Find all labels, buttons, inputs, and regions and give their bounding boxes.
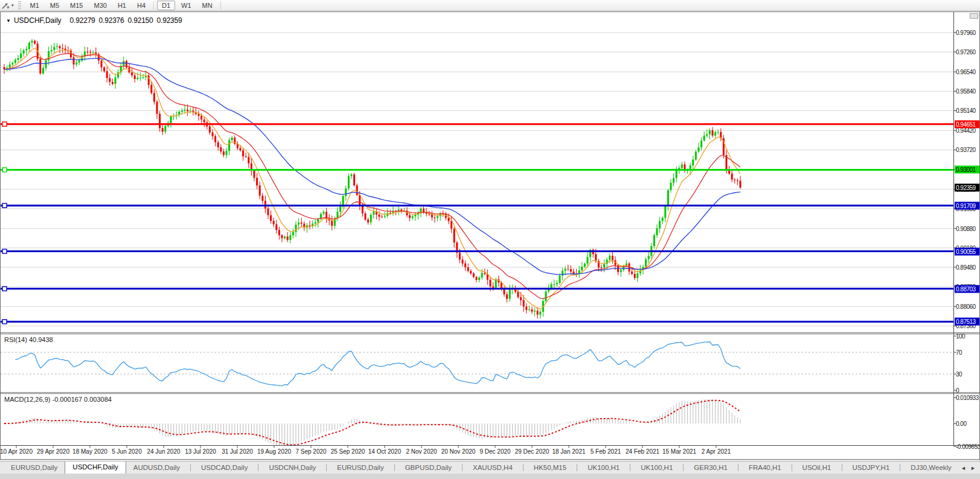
tab-XAUUSD-H4[interactable]: XAUUSD,H4 (466, 462, 520, 474)
low-value: 0.92150 (128, 16, 153, 25)
tab-divider (462, 464, 463, 471)
timeframe-button-D1[interactable]: D1 (157, 1, 175, 10)
date-label: 25 Sep 2020 (331, 448, 365, 455)
cursor-tool-button[interactable]: ▾ (0, 1, 16, 10)
rsi-indicator-label: RSI(14) 40.9438 (4, 336, 53, 343)
tab-divider (577, 464, 577, 471)
tab-USDCAD-Daily[interactable]: USDCAD,Daily (194, 462, 255, 474)
tab-DJ30-Weekly[interactable]: DJ30,Weekly (903, 462, 956, 474)
date-label: 31 Jul 2020 (222, 448, 253, 455)
toolbar: ▾ M1M5M15M30H1H4D1W1MN (0, 0, 980, 11)
timeframe-button-H4[interactable]: H4 (132, 1, 150, 10)
tab-divider (842, 464, 842, 471)
date-label: 29 Dec 2020 (515, 448, 549, 455)
timeframe-button-H1[interactable]: H1 (113, 1, 131, 10)
cursor-tool-icon (1, 1, 10, 10)
date-label: 5 Jun 2020 (112, 448, 142, 455)
price-tick-label: 0.88060 (956, 303, 979, 310)
chart-tabs: EURUSD,DailyUSDCHF,DailyAUDUSD,DailyUSDC… (0, 462, 956, 474)
timeframe-button-M15[interactable]: M15 (65, 1, 88, 10)
rsi-tick-label: 0 (956, 387, 979, 394)
price-tick-label: 0.96540 (956, 69, 979, 75)
tab-FRA40-H1[interactable]: FRA40,H1 (741, 462, 789, 474)
tab-USDCNH-Daily[interactable]: USDCNH,Daily (261, 462, 323, 474)
date-label: 5 Feb 2021 (591, 448, 621, 455)
price-line-label: 0.93001 (955, 166, 979, 174)
date-label: 18 Jan 2021 (552, 448, 585, 455)
price-tick-label: 0.94420 (956, 127, 979, 134)
tab-divider (630, 464, 630, 471)
axis-corner-box (970, 13, 978, 19)
timeframe-button-MN[interactable]: MN (197, 1, 217, 10)
rsi-tick-label: 100 (956, 333, 979, 340)
tab-AUDUSD-Daily[interactable]: AUDUSD,Daily (126, 462, 187, 474)
trading-terminal: { "toolbar": { "cursor_tool_dropdown": "… (0, 0, 980, 479)
open-value: 0.92279 (70, 16, 95, 25)
date-label: 20 Nov 2020 (441, 448, 476, 455)
tab-divider (523, 464, 524, 471)
tab-divider (683, 464, 684, 471)
tab-USDCHF-Daily[interactable]: USDCHF,Daily (65, 462, 126, 474)
date-label: 24 Feb 2021 (626, 448, 659, 455)
tab-divider (394, 464, 395, 471)
scroll-left-icon[interactable]: ◄ (959, 465, 967, 471)
date-label: 15 Mar 2021 (662, 448, 696, 455)
tab-USOil-H1[interactable]: USOil,H1 (795, 462, 839, 474)
date-label: 14 Oct 2020 (368, 448, 401, 455)
toolbar-separator (153, 1, 154, 10)
timeframe-button-M5[interactable]: M5 (45, 1, 64, 10)
chart-tab-bar: EURUSD,DailyUSDCHF,DailyAUDUSD,DailyUSDC… (0, 461, 980, 474)
status-strip (0, 474, 980, 479)
high-value: 0.92376 (99, 16, 124, 25)
price-line-label: 0.91709 (955, 201, 979, 209)
date-label: 13 Jul 2020 (185, 448, 216, 455)
price-tick-label: 0.95840 (956, 88, 979, 95)
date-label: 2 Nov 2020 (406, 448, 437, 455)
chart-title: ▼ USDCHF,Daily 0.92279 0.92376 0.92150 0… (6, 16, 182, 25)
tab-divider (326, 464, 327, 471)
macd-tick-label: -0.009653 (956, 443, 979, 449)
date-label: 9 Dec 2020 (479, 448, 510, 455)
tab-GER30-H1[interactable]: GER30,H1 (687, 462, 735, 474)
scroll-right-icon[interactable]: ► (969, 465, 977, 471)
ohlc-readout: 0.92279 0.92376 0.92150 0.92359 (70, 16, 182, 25)
macd-indicator-label: MACD(12,26,9) -0.000167 0.003084 (4, 396, 112, 403)
toolbar-separator (220, 1, 221, 10)
date-label: 19 Aug 2020 (257, 448, 291, 455)
tab-divider (258, 464, 258, 471)
tab-UK100-H1[interactable]: UK100,H1 (633, 462, 680, 474)
tab-GBPUSD-Daily[interactable]: GBPUSD,Daily (398, 462, 459, 474)
timeframe-button-W1[interactable]: W1 (176, 1, 196, 10)
price-tick-label: 0.95140 (956, 107, 979, 114)
tab-EURUSD-Daily[interactable]: EURUSD,Daily (330, 462, 391, 474)
price-tick-label: 0.97260 (956, 49, 979, 56)
symbol-period-label: USDCHF,Daily (14, 16, 62, 25)
tab-HK50-M15[interactable]: HK50,M15 (527, 462, 574, 474)
close-value: 0.92359 (157, 16, 182, 25)
price-line-label: 0.87513 (955, 318, 979, 326)
date-label: 24 Jun 2020 (147, 448, 180, 455)
price-line-label: 0.94651 (955, 120, 979, 128)
current-price-label: 0.92359 (955, 183, 979, 191)
timeframe-buttons: M1M5M15M30H1H4D1W1MN (25, 1, 223, 10)
tab-USDJPY-H1[interactable]: USDJPY,H1 (845, 462, 897, 474)
price-tick-label: 0.97960 (956, 30, 979, 36)
price-tick-label: 0.93720 (956, 147, 979, 153)
tab-EURUSD-Daily[interactable]: EURUSD,Daily (4, 462, 65, 474)
price-tick-label: 0.90880 (956, 225, 979, 232)
tab-divider (900, 464, 900, 471)
macd-tick-label: 0.010933 (956, 394, 979, 401)
price-line-label: 0.90055 (955, 247, 979, 255)
date-label: 10 Apr 2020 (0, 448, 33, 455)
tab-divider (190, 464, 191, 471)
toolbar-drag-handle[interactable] (18, 1, 21, 9)
chevron-down-icon: ▾ (11, 3, 14, 8)
chart-window: ▼ USDCHF,Daily 0.92279 0.92376 0.92150 0… (0, 11, 980, 460)
date-label: 2 Apr 2021 (702, 448, 731, 455)
timeframe-button-M30[interactable]: M30 (89, 1, 111, 10)
symbol-dropdown-icon[interactable]: ▼ (6, 18, 11, 24)
price-chart-canvas[interactable] (1, 12, 979, 459)
tab-divider (738, 464, 738, 471)
timeframe-button-M1[interactable]: M1 (25, 1, 44, 10)
tab-UK100-H1[interactable]: UK100,H1 (580, 462, 627, 474)
